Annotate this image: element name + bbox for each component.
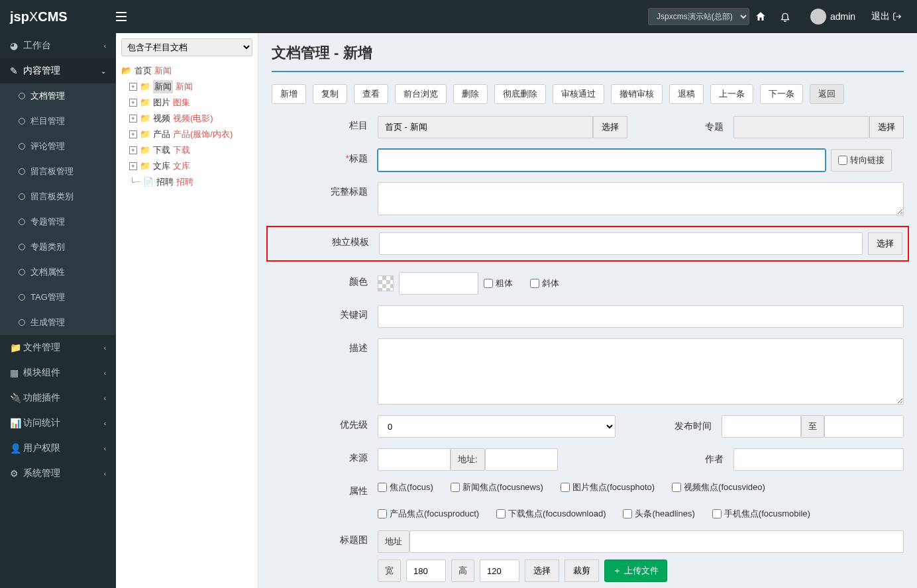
bold-checkbox[interactable]: 粗体	[484, 277, 513, 289]
sidebar-sub-doc[interactable]: 文档管理	[0, 83, 116, 109]
color-input[interactable]	[399, 272, 478, 295]
width-input[interactable]	[406, 560, 446, 582]
template-select-button[interactable]: 选择	[868, 232, 902, 255]
title-input[interactable]	[378, 149, 826, 172]
height-label: 高	[451, 560, 474, 582]
home-icon[interactable]	[755, 11, 775, 23]
full-title-input[interactable]	[378, 182, 904, 215]
priority-select[interactable]: 0	[378, 415, 616, 438]
priority-label: 优先级	[272, 415, 378, 431]
row-priority-publish: 优先级 0 发布时间 至	[272, 415, 904, 438]
menu-toggle[interactable]	[116, 12, 142, 21]
unapprove-button[interactable]: 撤销审核	[611, 84, 663, 104]
sidebar-item-content[interactable]: ✎内容管理⌄	[0, 58, 116, 83]
redirect-link-checkbox[interactable]: 转向链接	[831, 149, 892, 172]
accent-divider	[272, 71, 904, 72]
template-input[interactable]	[379, 232, 863, 255]
attr-focusnews[interactable]: 新闻焦点(focusnews)	[451, 481, 543, 493]
title-image-label: 标题图	[272, 530, 378, 546]
sidebar-item-user[interactable]: 👤用户权限‹	[0, 436, 116, 461]
row-desc: 描述	[272, 338, 904, 405]
full-title-label: 完整标题	[272, 182, 378, 198]
keyword-input[interactable]	[378, 305, 904, 328]
sidebar-sub-gen[interactable]: 生成管理	[0, 310, 116, 335]
site-select[interactable]: Jspxcms演示站(总部)	[648, 8, 749, 25]
content-area: 文档管理 - 新增 新增 复制 查看 前台浏览 删除 彻底删除 审核通过 撤销审…	[258, 33, 917, 588]
attr-headlines[interactable]: 头条(headlines)	[623, 508, 694, 520]
bell-icon[interactable]	[780, 11, 800, 23]
sidebar-sub-topic-type[interactable]: 专题类别	[0, 234, 116, 260]
tree-node-download[interactable]: +📁下载下载	[121, 142, 252, 158]
sidebar-sub-topic[interactable]: 专题管理	[0, 209, 116, 234]
to-label: 至	[801, 415, 824, 438]
sidebar-sub-guestbook-type[interactable]: 留言板类别	[0, 184, 116, 209]
sidebar-item-file[interactable]: 📁文件管理‹	[0, 335, 116, 360]
upload-button[interactable]: ＋上传文件	[604, 560, 667, 582]
attr-focusvideo[interactable]: 视频焦点(focusvideo)	[672, 481, 765, 493]
sidebar-sub-comment[interactable]: 评论管理	[0, 134, 116, 159]
topic-label: 专题	[654, 121, 733, 133]
source-url-input[interactable]	[485, 448, 558, 471]
back-button[interactable]: 返回	[810, 84, 844, 104]
attr-focusmobile[interactable]: 手机焦点(focusmobile)	[712, 508, 810, 520]
topic-select-button[interactable]: 选择	[869, 116, 904, 138]
add-button[interactable]: 新增	[272, 84, 306, 104]
sidebar-item-plugin[interactable]: 🔌功能插件‹	[0, 385, 116, 411]
next-button[interactable]: 下一条	[760, 84, 803, 104]
sidebar-sub-doc-attr[interactable]: 文档属性	[0, 260, 116, 285]
sidebar-sub-tag[interactable]: TAG管理	[0, 285, 116, 310]
sidebar-item-workbench[interactable]: ◕工作台‹	[0, 33, 116, 58]
tree-node-news[interactable]: +📁新闻新闻	[121, 79, 252, 95]
crop-button[interactable]: 裁剪	[565, 560, 599, 582]
row-keyword: 关键词	[272, 305, 904, 328]
width-label: 宽	[378, 560, 401, 582]
tree-node-library[interactable]: +📁文库文库	[121, 158, 252, 174]
tree-node-home[interactable]: 📂首页新闻	[121, 63, 252, 79]
image-url-input[interactable]	[409, 530, 904, 553]
column-select-button[interactable]: 选择	[593, 116, 627, 138]
attr-label: 属性	[272, 481, 378, 497]
row-color: 颜色 粗体 斜体	[272, 272, 904, 295]
sidebar-item-module[interactable]: ▦模块组件‹	[0, 360, 116, 385]
publish-from-input[interactable]	[722, 415, 801, 438]
image-select-button[interactable]: 选择	[525, 560, 559, 582]
plus-icon: ＋	[613, 565, 621, 577]
sidebar-sub-guestbook[interactable]: 留言板管理	[0, 159, 116, 184]
header-bar: jspXCMS Jspxcms演示站(总部) admin 退出	[0, 0, 917, 33]
height-input[interactable]	[480, 560, 519, 582]
color-swatch[interactable]	[378, 275, 394, 291]
copy-button[interactable]: 复制	[313, 84, 347, 104]
attr-focus[interactable]: 焦点(focus)	[378, 481, 433, 493]
reject-button[interactable]: 退稿	[669, 84, 704, 104]
tree-node-image[interactable]: +📁图片图集	[121, 95, 252, 111]
attr-focusproduct[interactable]: 产品焦点(focusproduct)	[378, 508, 479, 520]
avatar-icon	[810, 9, 826, 24]
user-menu[interactable]: admin	[805, 9, 861, 24]
sidebar-item-sys[interactable]: ⚙系统管理‹	[0, 461, 116, 486]
tree-node-recruit[interactable]: └┈📄招聘招聘	[121, 174, 252, 190]
source-input[interactable]	[378, 448, 451, 471]
keyword-label: 关键词	[272, 305, 378, 321]
purge-button[interactable]: 彻底删除	[494, 84, 546, 104]
approve-button[interactable]: 审核通过	[553, 84, 604, 104]
prev-button[interactable]: 上一条	[710, 84, 753, 104]
delete-button[interactable]: 删除	[453, 84, 488, 104]
logout-button[interactable]: 退出	[866, 11, 907, 23]
sidebar-sub-column[interactable]: 栏目管理	[0, 109, 116, 134]
topic-input	[733, 116, 869, 138]
tree-node-product[interactable]: +📁产品产品(服饰/内衣)	[121, 126, 252, 142]
preview-button[interactable]: 前台浏览	[395, 84, 447, 104]
url-label: 地址:	[451, 448, 485, 471]
row-attr: 属性 焦点(focus) 新闻焦点(focusnews) 图片焦点(focusp…	[272, 481, 904, 520]
publish-to-input[interactable]	[824, 415, 904, 438]
tree-scope-select[interactable]: 包含子栏目文档	[121, 38, 252, 56]
tree-node-video[interactable]: +📁视频视频(电影)	[121, 111, 252, 126]
author-input[interactable]	[733, 448, 904, 471]
desc-input[interactable]	[378, 338, 904, 405]
attr-focusdownload[interactable]: 下载焦点(focusdownload)	[496, 508, 606, 520]
sidebar-item-stats[interactable]: 📊访问统计‹	[0, 411, 116, 436]
column-input	[378, 116, 593, 138]
italic-checkbox[interactable]: 斜体	[530, 277, 559, 289]
view-button[interactable]: 查看	[354, 84, 388, 104]
attr-focusphoto[interactable]: 图片焦点(focusphoto)	[561, 481, 655, 493]
